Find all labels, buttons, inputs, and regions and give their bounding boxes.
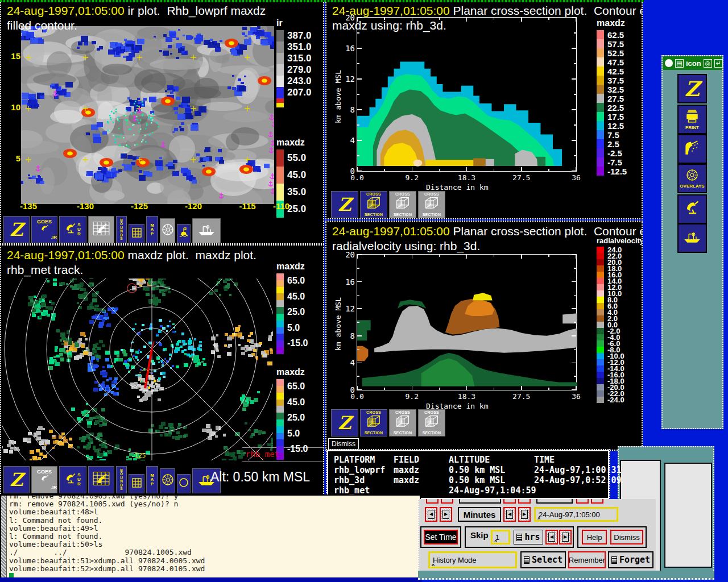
step-forward-button[interactable]: ▶ bbox=[518, 507, 531, 522]
map-button[interactable]: MAP bbox=[146, 466, 158, 493]
clipped-button[interactable] bbox=[503, 499, 516, 504]
cross-section-button[interactable]: CROSSSECTION bbox=[418, 191, 445, 218]
satellite-ir-image[interactable] bbox=[21, 26, 274, 204]
step-back-button[interactable]: ◀ bbox=[425, 507, 437, 522]
tick-label: 9.2 bbox=[400, 173, 423, 182]
radar-dish-icon bbox=[685, 200, 700, 218]
radar-dish-icon bbox=[65, 223, 76, 236]
iconify-icon[interactable]: ▤ bbox=[675, 59, 684, 68]
clipped-button[interactable] bbox=[518, 499, 531, 504]
zeb-logo-button[interactable]: Z bbox=[331, 409, 358, 436]
minutes-button[interactable]: Minutes bbox=[458, 507, 501, 522]
clipped-button[interactable] bbox=[441, 499, 453, 504]
dismiss-button[interactable]: Dismiss bbox=[610, 530, 643, 544]
clipped-button[interactable] bbox=[536, 499, 573, 504]
timestamp: 24-aug-1997,01:05:00 bbox=[332, 225, 450, 238]
clipped-button[interactable] bbox=[426, 499, 439, 504]
history-mode-field[interactable]: History Mode^ bbox=[428, 551, 517, 568]
bounds-button[interactable]: BOUNDS bbox=[116, 466, 127, 493]
ship-track-button[interactable] bbox=[192, 218, 221, 243]
colorbar-value: 52.5 bbox=[607, 48, 624, 58]
radar-grid-button[interactable] bbox=[88, 216, 114, 243]
tick-label: -125 bbox=[127, 201, 152, 211]
goes-ir-button[interactable]: GOES.IR bbox=[31, 466, 57, 493]
print-button[interactable]: PRINT bbox=[677, 105, 707, 134]
cross-section-button[interactable]: CROSSSECTION bbox=[360, 409, 387, 436]
contour-plot[interactable]: 2016128400.09.218.327.536 bbox=[357, 254, 577, 390]
ship-button[interactable] bbox=[677, 223, 707, 253]
dismiss-button[interactable]: Dismiss bbox=[328, 438, 359, 450]
contour-plot[interactable]: 2016128400.09.218.327.536 bbox=[357, 17, 577, 172]
forget-button[interactable]: Forget bbox=[608, 551, 653, 568]
colorbar-value: 37.5 bbox=[607, 76, 624, 85]
icon-window-titlebar[interactable]: ▤ icon ◎ ↵ bbox=[663, 56, 722, 70]
surveillance-radar-button[interactable]: SUR bbox=[59, 466, 86, 493]
time-field[interactable]: 24-Aug-97,1:05:00^ bbox=[534, 507, 618, 522]
grid-icon bbox=[132, 228, 142, 240]
ppi-canvas bbox=[2, 278, 273, 460]
timestamp: 24-aug-1997,01:05:00 bbox=[7, 4, 125, 17]
goes-label: GOES bbox=[37, 219, 52, 225]
ppi-radar-display[interactable] bbox=[2, 278, 273, 460]
bounds-button[interactable]: BOUNDS bbox=[116, 216, 127, 243]
table-header-row: PLATFORMFIELDALTITUDETIME bbox=[334, 455, 608, 465]
step-back-button[interactable]: ◀ bbox=[503, 507, 516, 522]
radar-grid-button[interactable] bbox=[88, 466, 114, 493]
polar-overlay-button[interactable] bbox=[160, 218, 175, 243]
hrs-units-button[interactable]: hrs bbox=[514, 530, 543, 544]
polar-overlay-button[interactable] bbox=[160, 468, 175, 493]
table-cell: rhb_3d bbox=[334, 475, 394, 485]
cross-section-button[interactable]: CROSSSECTION bbox=[389, 409, 416, 436]
clipped-button[interactable] bbox=[591, 499, 603, 504]
clipped-button[interactable] bbox=[459, 499, 501, 504]
grid-overlay-button[interactable] bbox=[129, 474, 144, 493]
set-time-button[interactable]: Set Time bbox=[424, 530, 458, 544]
colorbar-value: 25.0 bbox=[287, 203, 306, 215]
cube-icon bbox=[367, 415, 380, 431]
menu-circle-icon[interactable] bbox=[665, 59, 673, 67]
circle-overlay-button[interactable] bbox=[177, 474, 191, 493]
colorbar-value: 243.0 bbox=[287, 76, 312, 87]
clipped-button[interactable] bbox=[576, 499, 589, 504]
satellite-icon bbox=[684, 140, 700, 158]
buoy-button[interactable] bbox=[177, 224, 191, 243]
grid-overlay-button[interactable] bbox=[129, 224, 144, 243]
satellite-dish-icon bbox=[40, 475, 49, 485]
tick-label: -130 bbox=[73, 201, 98, 211]
map-button[interactable]: MAP bbox=[146, 216, 158, 243]
skip-field[interactable]: 1^ bbox=[491, 530, 510, 544]
radar-button[interactable] bbox=[677, 194, 707, 224]
colorbar-title: maxdz bbox=[597, 18, 627, 28]
zeb-logo-button[interactable]: Z bbox=[331, 191, 358, 218]
step-forward-button[interactable]: ▶ bbox=[440, 507, 452, 522]
skip-forward-button[interactable]: ▶ bbox=[559, 530, 572, 544]
cross-section-button[interactable]: CROSSSECTION bbox=[389, 191, 416, 218]
goes-ir-button[interactable]: GOES.IR bbox=[31, 216, 57, 243]
zoom-box-icon[interactable]: ◎ bbox=[704, 59, 712, 68]
resize-icon[interactable]: ↵ bbox=[714, 59, 723, 68]
cross-section-button[interactable]: CROSSSECTION bbox=[418, 409, 445, 436]
colorbar-value: 45.0 bbox=[287, 292, 308, 302]
zeb-logo-button[interactable]: Z bbox=[3, 216, 30, 243]
ir-label: .IR bbox=[51, 485, 57, 490]
tick-label: 5 bbox=[8, 153, 20, 163]
skip-back-button[interactable]: ◀ bbox=[545, 530, 558, 544]
colorbar-value: 32.5 bbox=[607, 85, 624, 94]
terminal-scrollbar[interactable] bbox=[1, 496, 7, 577]
cube-icon bbox=[396, 197, 410, 213]
colorbar-value: 5.0 bbox=[287, 323, 308, 333]
help-button[interactable]: Help bbox=[582, 530, 607, 544]
tick-label: -115 bbox=[235, 201, 260, 211]
cross-section-button[interactable]: CROSSSECTION bbox=[360, 191, 387, 218]
zeb-logo-button[interactable]: Z bbox=[677, 74, 707, 103]
select-button[interactable]: Select bbox=[520, 551, 566, 568]
y-axis-title: km above MSL bbox=[334, 297, 342, 351]
colorbar-value: 57.5 bbox=[607, 39, 624, 49]
overlays-button[interactable]: OVERLAYS bbox=[677, 164, 707, 193]
remember-button[interactable]: Remember bbox=[568, 551, 606, 568]
cube-icon bbox=[425, 415, 439, 431]
terminal-window[interactable]: rm: remove 970824.0905.xwd (yes/no)? y r… bbox=[0, 494, 421, 579]
goes-satellite-button[interactable] bbox=[677, 134, 707, 164]
surveillance-radar-button[interactable]: SUR bbox=[59, 216, 86, 243]
zeb-logo-button[interactable]: Z bbox=[3, 466, 30, 493]
